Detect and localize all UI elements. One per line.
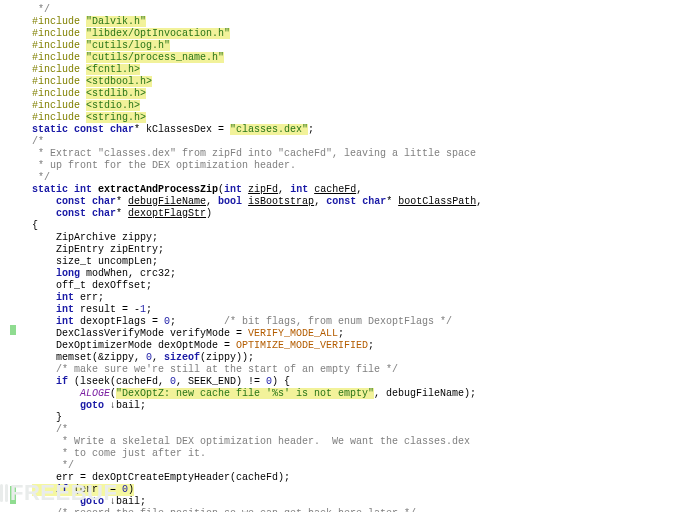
code-line[interactable]: static const char* kClassesDex = "classe… <box>32 124 686 136</box>
code-token <box>32 388 80 399</box>
code-token: static const char <box>32 124 134 135</box>
code-token: ; <box>368 340 374 351</box>
code-token: ↓bail; <box>110 400 146 411</box>
code-token: */ <box>32 4 50 15</box>
code-token: ; <box>338 328 344 339</box>
code-line[interactable]: * Write a skeletal DEX optimization head… <box>32 436 686 448</box>
code-token: VERIFY_MODE_ALL <box>248 328 338 339</box>
code-token: <stdbool.h> <box>86 76 152 87</box>
code-token <box>32 364 56 375</box>
code-token: /* bit flags, from enum DexoptFlags */ <box>224 316 452 327</box>
code-line[interactable]: DexClassVerifyMode verifyMode = VERIFY_M… <box>32 328 686 340</box>
code-token: * to come just after it. <box>56 448 206 459</box>
code-token <box>32 304 56 315</box>
code-token <box>32 484 56 495</box>
code-token: (zippy)); <box>200 352 254 363</box>
code-line[interactable]: /* <box>32 136 686 148</box>
code-token: int <box>56 292 74 303</box>
code-line[interactable]: #include "libdex/OptInvocation.h" <box>32 28 686 40</box>
code-line[interactable]: /* <box>32 424 686 436</box>
code-line[interactable]: static int extractAndProcessZip(int zipF… <box>32 184 686 196</box>
code-line[interactable]: int dexoptFlags = 0; /* bit flags, from … <box>32 316 686 328</box>
code-line[interactable]: goto ↓bail; <box>32 400 686 412</box>
code-token: int <box>56 304 74 315</box>
code-line[interactable]: #include "Dalvik.h" <box>32 16 686 28</box>
code-line[interactable]: DexOptimizerMode dexOptMode = OPTIMIZE_M… <box>32 340 686 352</box>
code-line[interactable]: const char* debugFileName, bool isBootst… <box>32 196 686 208</box>
code-token: ; <box>170 316 224 327</box>
code-line[interactable]: int result = -1; <box>32 304 686 316</box>
code-token: #include <box>32 88 86 99</box>
code-token: if <box>56 376 68 387</box>
code-token <box>32 208 56 219</box>
code-line[interactable]: #include <stdbool.h> <box>32 76 686 88</box>
code-token: (err != <box>68 484 122 495</box>
code-token: "libdex/OptInvocation.h" <box>86 28 230 39</box>
code-line[interactable]: #include "cutils/log.h" <box>32 40 686 52</box>
code-token: #include <box>32 40 86 51</box>
code-line[interactable]: * Extract "classes.dex" from zipFd into … <box>32 148 686 160</box>
code-line[interactable]: */ <box>32 4 686 16</box>
code-line[interactable]: long modWhen, crc32; <box>32 268 686 280</box>
code-token: "cutils/log.h" <box>86 40 170 51</box>
code-token: int <box>56 316 74 327</box>
code-token: zipFd <box>248 184 278 195</box>
code-line[interactable]: /* record the file position so we can ge… <box>32 508 686 512</box>
code-line[interactable]: ZipEntry zipEntry; <box>32 244 686 256</box>
code-token: , <box>356 184 362 195</box>
code-token: modWhen, crc32; <box>80 268 176 279</box>
code-token: , SEEK_END) != <box>176 376 266 387</box>
code-token: /* make sure we're still at the start of… <box>56 364 398 375</box>
code-token: OPTIMIZE_MODE_VERIFIED <box>236 340 368 351</box>
code-token: #include <box>32 100 86 111</box>
code-line[interactable]: #include <stdio.h> <box>32 100 686 112</box>
code-line[interactable]: size_t uncompLen; <box>32 256 686 268</box>
code-line[interactable]: if (lseek(cacheFd, 0, SEEK_END) != 0) { <box>32 376 686 388</box>
code-token: <fcntl.h> <box>86 64 140 75</box>
code-line[interactable]: #include "cutils/process_name.h" <box>32 52 686 64</box>
code-token: , <box>278 184 290 195</box>
code-token: <stdlib.h> <box>86 88 146 99</box>
code-token: "classes.dex" <box>230 124 308 135</box>
code-line[interactable]: { <box>32 220 686 232</box>
code-line[interactable]: ZipArchive zippy; <box>32 232 686 244</box>
code-line[interactable]: ALOGE("DexOptZ: new cache file '%s' is n… <box>32 388 686 400</box>
code-token: * Extract "classes.dex" from zipFd into … <box>32 148 476 159</box>
code-token: #include <box>32 16 86 27</box>
code-token: bootClassPath <box>398 196 476 207</box>
code-token: { <box>32 220 38 231</box>
code-line[interactable]: } <box>32 412 686 424</box>
code-token: goto <box>80 496 110 507</box>
code-token <box>32 508 56 512</box>
code-line[interactable]: goto ↓bail; <box>32 496 686 508</box>
code-token: ) <box>128 484 134 495</box>
code-token: int <box>224 184 242 195</box>
code-line[interactable]: /* make sure we're still at the start of… <box>32 364 686 376</box>
code-view[interactable]: */#include "Dalvik.h"#include "libdex/Op… <box>32 4 686 512</box>
code-token: result = - <box>74 304 140 315</box>
code-line[interactable]: * to come just after it. <box>32 448 686 460</box>
code-token: DexClassVerifyMode verifyMode = <box>32 328 248 339</box>
code-token: off_t dexOffset; <box>32 280 152 291</box>
code-token: goto <box>80 400 110 411</box>
code-line[interactable]: */ <box>32 460 686 472</box>
code-line[interactable]: if (err != 0) <box>32 484 134 496</box>
code-token: ; <box>146 304 152 315</box>
code-token: const char <box>56 196 116 207</box>
code-token: dexoptFlags = <box>74 316 164 327</box>
code-token: #include <box>32 52 86 63</box>
code-line[interactable]: * up front for the DEX optimization head… <box>32 160 686 172</box>
code-token: ZipArchive zippy; <box>32 232 158 243</box>
code-line[interactable]: err = dexOptCreateEmptyHeader(cacheFd); <box>32 472 686 484</box>
code-line[interactable]: off_t dexOffset; <box>32 280 686 292</box>
code-line[interactable]: */ <box>32 172 686 184</box>
code-line[interactable]: #include <fcntl.h> <box>32 64 686 76</box>
code-line[interactable]: int err; <box>32 292 686 304</box>
code-line[interactable]: #include <string.h> <box>32 112 686 124</box>
code-line[interactable]: #include <stdlib.h> <box>32 88 686 100</box>
code-token: #include <box>32 76 86 87</box>
code-line[interactable]: memset(&zippy, 0, sizeof(zippy)); <box>32 352 686 364</box>
code-token: long <box>56 268 80 279</box>
code-token: ) { <box>272 376 290 387</box>
code-line[interactable]: const char* dexoptFlagStr) <box>32 208 686 220</box>
